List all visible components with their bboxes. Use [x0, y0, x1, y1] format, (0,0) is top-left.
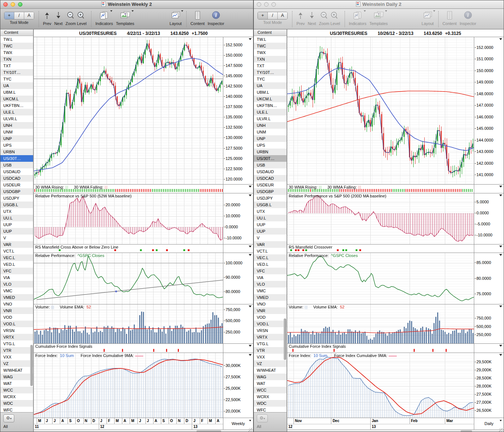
list-item[interactable]: UU.L	[254, 215, 287, 221]
list-item[interactable]: UNH	[254, 122, 287, 129]
list-item[interactable]: UNM	[0, 129, 33, 135]
list-item[interactable]: WDC	[254, 400, 287, 407]
panel-menu-icon[interactable]	[249, 254, 252, 256]
resize-grip[interactable]	[499, 428, 503, 432]
panel-menu-icon[interactable]	[249, 186, 252, 188]
panel-menu-icon[interactable]	[499, 345, 502, 347]
list-item[interactable]: VOD	[254, 314, 287, 321]
list-item[interactable]: VLO	[0, 281, 33, 288]
layout-button[interactable]: Layout	[422, 10, 434, 26]
list-item[interactable]: UKCM.L	[0, 96, 33, 102]
panel-plot[interactable]: Volume: ||| Volume EMA: 52	[287, 304, 474, 343]
content-button[interactable]: Content	[191, 10, 205, 26]
chart-canvas[interactable]	[287, 253, 474, 304]
list-item[interactable]: USDCAD	[254, 175, 287, 182]
scrollbar-thumb[interactable]	[197, 430, 221, 432]
list-item[interactable]: TXT	[254, 63, 287, 69]
list-item[interactable]: VTR	[0, 347, 33, 354]
list-item[interactable]: VRSN	[0, 327, 33, 334]
list-item[interactable]: UKFTBN…	[254, 102, 287, 109]
tool-mode-control[interactable]: + / A Tool Mode	[4, 10, 34, 25]
list-item[interactable]: TW.L	[0, 36, 33, 43]
chart-canvas[interactable]	[287, 304, 474, 343]
list-item[interactable]: VMED	[254, 294, 287, 301]
tool-trendline-button[interactable]: /	[268, 12, 278, 19]
list-item[interactable]: VOD	[0, 314, 33, 321]
panel-menu-icon[interactable]	[499, 194, 502, 196]
panel-plot[interactable]	[34, 37, 223, 184]
tool-text-button[interactable]: A	[24, 12, 34, 19]
list-item[interactable]: VRTX	[0, 334, 33, 340]
panel-menu-icon[interactable]	[499, 354, 502, 356]
list-item[interactable]: VLO	[254, 281, 287, 288]
indicators-button[interactable]: Indicators	[349, 10, 367, 26]
panel-menu-icon[interactable]	[499, 246, 502, 247]
templates-button[interactable]: Templates	[369, 10, 388, 26]
content-button[interactable]: Content	[443, 10, 457, 26]
list-item[interactable]: VED.L	[254, 261, 287, 268]
list-item[interactable]: UNM	[254, 129, 287, 135]
list-item[interactable]: VEC.L	[0, 254, 33, 261]
list-item[interactable]: USDCAD	[0, 175, 33, 182]
list-item[interactable]: UBM.L	[0, 89, 33, 96]
list-item[interactable]: USGB.L	[0, 201, 33, 208]
panel-plot[interactable]: Cumulative Force Index Signals	[287, 344, 474, 353]
tool-crosshair-button[interactable]: +	[4, 12, 14, 19]
list-item[interactable]: VTR	[254, 347, 287, 354]
list-item[interactable]: VAR	[0, 241, 33, 248]
list-item[interactable]: WAT	[254, 380, 287, 387]
horizontal-scrollbar[interactable]	[287, 429, 504, 432]
chart-canvas[interactable]	[34, 37, 223, 184]
chart-canvas[interactable]	[287, 353, 474, 418]
list-item[interactable]: VTG.L	[254, 340, 287, 347]
list-item[interactable]: UKFTBN…	[0, 102, 33, 109]
panel-menu-icon[interactable]	[499, 38, 502, 40]
list-item[interactable]: USDGBP	[254, 188, 287, 195]
list-item[interactable]: VNR	[254, 307, 287, 314]
tool-text-button[interactable]: A	[278, 12, 287, 19]
panel-menu-icon[interactable]	[249, 345, 252, 347]
list-item[interactable]: WFC	[0, 407, 33, 413]
list-item[interactable]: UNH	[0, 122, 33, 129]
gear-button[interactable]: ⚙▾	[257, 414, 268, 422]
panel-plot[interactable]: Relative Performance vs S&P 500 (52W MA …	[34, 193, 223, 244]
list-item[interactable]: TY/10T…	[254, 69, 287, 76]
indicators-button[interactable]: Indicators	[96, 10, 113, 26]
list-item[interactable]: WDC	[0, 400, 33, 407]
prev-button[interactable]: Prev	[43, 10, 51, 26]
list-item[interactable]: WAT	[0, 380, 33, 387]
list-item[interactable]: WCC	[254, 387, 287, 393]
list-item[interactable]: WCRX	[254, 393, 287, 400]
list-item[interactable]: ULVR.L	[0, 115, 33, 122]
panel-plot[interactable]: Volume: ||| Volume EMA: 52	[34, 304, 223, 343]
list-item[interactable]: USDGBP	[0, 188, 33, 195]
list-item[interactable]: UUP	[0, 221, 33, 228]
list-item[interactable]: VAR	[254, 241, 287, 248]
list-item[interactable]: WCC	[0, 387, 33, 393]
list-item[interactable]: W/WHEAT	[254, 367, 287, 374]
list-item[interactable]: TYC	[0, 76, 33, 82]
list-item[interactable]: WAG	[0, 374, 33, 380]
panel-plot[interactable]: Cumulative Force Index Signals	[34, 344, 223, 353]
panel-plot[interactable]: RS Mansfield Crossover	[287, 244, 474, 253]
list-item[interactable]: US/30T…	[0, 155, 33, 162]
list-item[interactable]: TY/10T…	[0, 69, 33, 76]
list-item[interactable]: USDAUD	[0, 168, 33, 175]
panel-plot[interactable]: Relative Performance vs S&P 500 (200D MA…	[287, 193, 474, 244]
list-item[interactable]: VRSN	[254, 327, 287, 334]
list-item[interactable]: URBN	[254, 149, 287, 155]
list-item[interactable]: USB	[0, 162, 33, 168]
chart-canvas[interactable]	[287, 193, 474, 244]
chart-canvas[interactable]	[34, 193, 223, 244]
chart-canvas[interactable]	[34, 253, 223, 304]
list-item[interactable]: USGB.L	[254, 201, 287, 208]
list-item[interactable]: VOD.L	[254, 321, 287, 327]
scrollbar-thumb[interactable]	[30, 345, 33, 386]
panel-menu-icon[interactable]	[499, 254, 502, 256]
list-item[interactable]: UUP	[254, 228, 287, 235]
list-item[interactable]: TWC	[0, 43, 33, 49]
list-item[interactable]: USDAUD	[254, 168, 287, 175]
list-item[interactable]: WAG	[254, 374, 287, 380]
inspector-button[interactable]: i Inspector	[460, 10, 476, 26]
tool-mode-control[interactable]: + / A Tool Mode	[258, 10, 288, 25]
